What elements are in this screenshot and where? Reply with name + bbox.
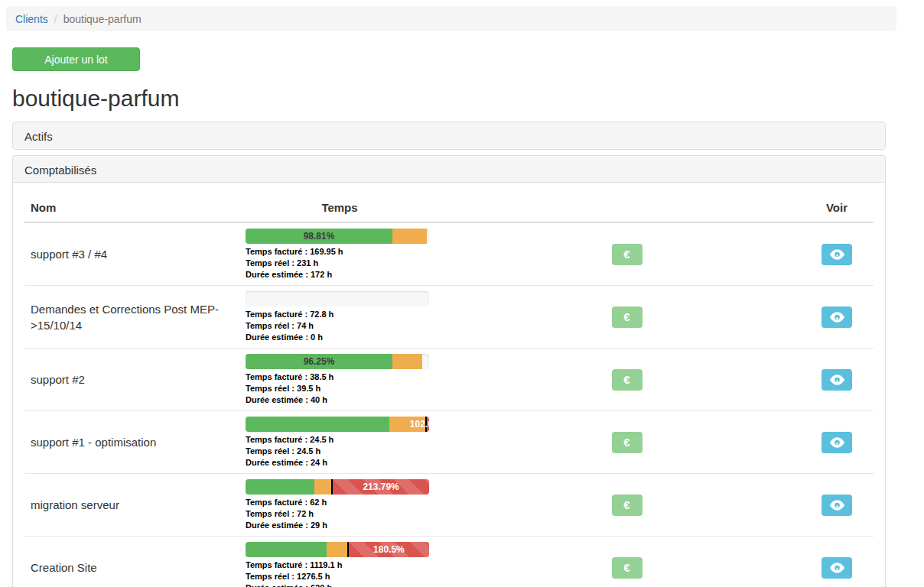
euro-icon: € [623, 561, 630, 574]
view-button[interactable] [822, 244, 852, 265]
eye-icon [830, 312, 844, 323]
eye-icon [830, 375, 844, 385]
progress-percent-label: 180.5% [373, 542, 405, 557]
panel-comptabilises-heading[interactable]: Comptabilisés [13, 156, 885, 183]
lot-euro-cell: € [435, 244, 800, 265]
page-title: boutique-parfum [12, 86, 179, 112]
progress-bar: 213.79% [246, 479, 429, 495]
lot-name: support #2 [24, 365, 244, 394]
view-button[interactable] [822, 306, 852, 328]
euro-icon: € [623, 498, 630, 511]
panel-actifs-heading[interactable]: Actifs [13, 122, 885, 149]
column-header-voir: Voir [800, 194, 874, 222]
table-row: Creation Site 180.5% Temps facturé : 111… [24, 537, 874, 587]
estimated-time-label: Durée estimée : 29 h [246, 520, 429, 531]
lots-table: Nom Temps Voir support #3 / #4 98.81% Te… [24, 194, 874, 587]
euro-icon: € [623, 373, 630, 386]
breadcrumb-separator: / [54, 13, 57, 25]
lot-name: support #3 / #4 [24, 240, 244, 268]
euro-icon: € [623, 310, 630, 323]
real-time-label: Temps réel : 1276.5 h [246, 571, 429, 582]
progress-bar [246, 291, 429, 306]
euro-button[interactable]: € [612, 244, 643, 265]
estimated-time-label: Durée estimée : 0 h [246, 332, 429, 343]
real-time-label: Temps réel : 39.5 h [246, 383, 429, 394]
lot-time-cell: Temps facturé : 72.8 h Temps réel : 74 h… [244, 288, 435, 346]
column-header-euro [435, 194, 800, 222]
real-time-label: Temps réel : 24.5 h [246, 446, 429, 457]
view-button[interactable] [822, 369, 852, 391]
lot-view-cell [800, 306, 874, 328]
column-header-nom: Nom [24, 194, 244, 222]
lot-euro-cell: € [435, 306, 800, 328]
estimated-time-label: Durée estimée : 620 h [246, 582, 429, 587]
table-row: migration serveur 213.79% Temps facturé … [24, 474, 874, 537]
billed-time-label: Temps facturé : 1119.1 h [246, 559, 429, 571]
view-button[interactable] [822, 432, 852, 453]
lot-time-cell: 102.08% Temps facturé : 24.5 h Temps rée… [244, 413, 435, 472]
table-header-row: Nom Temps Voir [24, 194, 874, 223]
progress-bar: 96.25% [246, 354, 429, 369]
table-row: support #2 96.25% Temps facturé : 38.5 h… [24, 349, 874, 411]
estimated-time-label: Durée estimée : 24 h [246, 457, 429, 469]
view-button[interactable] [822, 495, 852, 516]
billed-time-label: Temps facturé : 24.5 h [246, 434, 429, 446]
lot-euro-cell: € [435, 369, 800, 391]
lot-name: Demandes et Corrections Post MEP->15/10/… [24, 295, 244, 339]
real-time-label: Temps réel : 231 h [246, 258, 429, 269]
progress-bar: 180.5% [246, 542, 429, 557]
progress-percent-label: 98.81% [304, 229, 335, 244]
lot-euro-cell: € [435, 557, 800, 579]
progress-percent-label: 96.25% [304, 354, 335, 369]
lot-name: migration serveur [24, 491, 244, 519]
progress-percent-label: 102.08% [410, 417, 429, 432]
billed-time-label: Temps facturé : 38.5 h [246, 371, 429, 383]
panel-comptabilises-body: Nom Temps Voir support #3 / #4 98.81% Te… [13, 183, 885, 587]
euro-icon: € [623, 248, 630, 261]
lot-view-cell [800, 244, 874, 265]
euro-button[interactable]: € [612, 432, 643, 453]
eye-icon [830, 249, 844, 260]
billed-time-label: Temps facturé : 169.95 h [246, 246, 429, 258]
eye-icon [830, 500, 844, 511]
real-time-label: Temps réel : 72 h [246, 508, 429, 520]
billed-time-label: Temps facturé : 72.8 h [246, 309, 429, 320]
lot-time-cell: 98.81% Temps facturé : 169.95 h Temps ré… [244, 225, 435, 284]
breadcrumb: Clients / boutique-parfum [6, 6, 896, 31]
table-row: support #3 / #4 98.81% Temps facturé : 1… [24, 223, 874, 286]
lot-view-cell [800, 557, 874, 579]
estimated-time-label: Durée estimée : 172 h [246, 269, 429, 281]
panel-actifs: Actifs [12, 122, 886, 150]
euro-button[interactable]: € [612, 306, 643, 328]
breadcrumb-current: boutique-parfum [63, 13, 142, 25]
eye-icon [830, 437, 844, 448]
progress-bar: 102.08% [246, 417, 429, 432]
breadcrumb-link-clients[interactable]: Clients [15, 13, 48, 25]
panel-comptabilises: Comptabilisés Nom Temps Voir support #3 … [12, 155, 886, 587]
real-time-label: Temps réel : 74 h [246, 320, 429, 332]
progress-bar: 98.81% [246, 229, 429, 244]
billed-time-label: Temps facturé : 62 h [246, 497, 429, 508]
lot-time-cell: 213.79% Temps facturé : 62 h Temps réel … [244, 476, 435, 534]
euro-button[interactable]: € [612, 557, 643, 579]
lot-name: support #1 - optimisation [24, 428, 244, 456]
lot-view-cell [800, 432, 874, 453]
add-lot-button[interactable]: Ajouter un lot [12, 47, 140, 71]
lot-name: Creation Site [24, 553, 244, 582]
lot-view-cell [800, 369, 874, 391]
column-header-temps: Temps [244, 194, 435, 222]
table-row: Demandes et Corrections Post MEP->15/10/… [24, 286, 874, 349]
lot-time-cell: 180.5% Temps facturé : 1119.1 h Temps ré… [244, 539, 435, 587]
lot-euro-cell: € [435, 432, 800, 453]
euro-button[interactable]: € [612, 495, 643, 516]
lot-view-cell [800, 495, 874, 516]
euro-icon: € [623, 436, 630, 449]
view-button[interactable] [822, 557, 852, 579]
lot-euro-cell: € [435, 495, 800, 516]
lot-time-cell: 96.25% Temps facturé : 38.5 h Temps réel… [244, 351, 435, 409]
eye-icon [830, 563, 844, 573]
progress-percent-label: 213.79% [363, 479, 399, 495]
euro-button[interactable]: € [612, 369, 643, 391]
estimated-time-label: Durée estimée : 40 h [246, 394, 429, 406]
table-row: support #1 - optimisation 102.08% Temps … [24, 411, 874, 474]
